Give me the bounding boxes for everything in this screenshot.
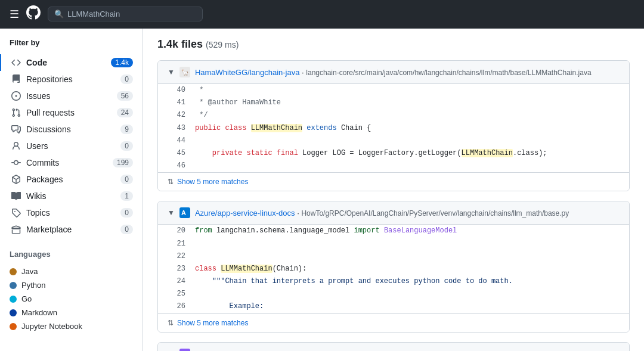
commit-icon [11,158,21,167]
sidebar-item-packages-count: 0 [120,175,133,184]
code-line-1-46: 46 [158,160,629,172]
search-input[interactable] [67,10,196,18]
pr-icon [11,108,21,117]
collapse-chevron-2[interactable]: ▼ [168,209,175,217]
sidebar-item-wikis-label: Wikis [26,191,116,201]
topic-icon [11,208,21,218]
sidebar-item-commits-count: 199 [113,158,133,167]
jupyter-label: Jupyter Notebook [21,322,82,331]
sidebar-item-marketplace-count: 0 [120,225,133,234]
result-card-header-3: ▼ 🧠 allisonbraithw/langchaingo · chains/… [158,343,629,351]
issue-icon [11,91,21,101]
result-card-1: ▼ 🦙 HamaWhiteGG/langchain-java · langcha… [157,60,630,191]
discussion-icon [11,125,21,134]
languages-heading: Languages [10,250,133,259]
sidebar-item-users[interactable]: Users 0 [0,138,143,154]
result-card-header-2: ▼ A Azure/app-service-linux-docs · HowTo… [158,201,629,225]
sidebar-item-repositories-count: 0 [120,74,133,84]
sidebar-item-topics-label: Topics [26,208,116,218]
show-more-1[interactable]: ⇅ Show 5 more matches [158,172,629,191]
jupyter-dot [10,323,17,330]
sidebar-item-wikis[interactable]: Wikis 1 [0,188,143,204]
code-line-2-23: 23 class LLMMathChain(Chain): [158,263,629,275]
package-icon [11,175,21,184]
sidebar-item-users-count: 0 [120,141,133,151]
code-line-2-22: 22 [158,250,629,263]
svg-text:A: A [181,209,186,216]
code-line-1-43: 43 public class LLMMathChain extends Cha… [158,122,629,135]
sidebar-item-packages[interactable]: Packages 0 [0,171,143,188]
code-line-1-42: 42 */ [158,109,629,122]
search-bar[interactable]: 🔍 [48,7,203,21]
sidebar: Filter by Code 1.4k Repositories 0 Issue… [0,29,143,351]
repo-icon [11,74,21,84]
filter-by-heading: Filter by [0,38,143,54]
sidebar-item-code[interactable]: Code 1.4k [0,54,143,71]
sidebar-item-issues-count: 56 [117,91,133,101]
user-icon [11,141,21,151]
code-line-1-40: 40 * [158,84,629,97]
java-dot [10,268,17,275]
repo-link-1[interactable]: HamaWhiteGG/langchain-java [195,68,300,77]
sidebar-item-commits-label: Commits [26,158,108,167]
lang-item-markdown[interactable]: Markdown [10,306,133,319]
sidebar-item-packages-label: Packages [26,175,116,184]
sidebar-item-marketplace-label: Marketplace [26,225,116,234]
results-timing: (529 ms) [206,40,239,49]
main-content: 1.4k files (529 ms) ▼ 🦙 HamaWhiteGG/lang… [143,29,644,351]
show-more-label-1: Show 5 more matches [177,178,248,186]
code-line-2-20: 20 from langchain.schema.language_model … [158,225,629,237]
repo-avatar-1: 🦙 [179,67,190,77]
sidebar-item-wikis-count: 1 [120,191,133,201]
sidebar-item-topics[interactable]: Topics 0 [0,204,143,221]
github-logo[interactable] [26,5,41,23]
lang-item-java[interactable]: Java [10,265,133,278]
sidebar-item-repositories-label: Repositories [26,74,116,84]
code-block-1: 40 * 41 * @author HamaWhite 42 */ 43 pub… [158,84,629,172]
code-line-2-26: 26 Example: [158,300,629,313]
show-more-icon-2: ⇅ [168,319,174,327]
go-label: Go [21,294,32,303]
code-line-2-25: 25 [158,288,629,300]
sidebar-item-pull-requests-label: Pull requests [26,108,112,117]
top-nav: ☰ 🔍 [0,0,644,29]
search-icon: 🔍 [54,10,64,18]
sidebar-item-code-count: 1.4k [111,58,133,67]
wiki-icon [11,191,21,201]
result-card-header-1: ▼ 🦙 HamaWhiteGG/langchain-java · langcha… [158,61,629,84]
code-line-2-21: 21 [158,238,629,250]
lang-item-python[interactable]: Python [10,278,133,292]
show-more-2[interactable]: ⇅ Show 5 more matches [158,313,629,332]
sidebar-item-code-label: Code [26,58,106,67]
result-card-2: ▼ A Azure/app-service-linux-docs · HowTo… [157,201,630,332]
lang-item-jupyter[interactable]: Jupyter Notebook [10,319,133,333]
go-dot [10,296,17,303]
lang-item-go[interactable]: Go [10,292,133,306]
layout: Filter by Code 1.4k Repositories 0 Issue… [0,29,644,351]
sidebar-item-marketplace[interactable]: Marketplace 0 [0,221,143,238]
markdown-label: Markdown [21,308,57,317]
repo-path-2: HowTo/gRPC/OpenAI/LangChain/PyServer/ven… [301,209,569,218]
repo-link-2[interactable]: Azure/app-service-linux-docs [195,209,295,218]
sidebar-item-pull-requests-count: 24 [117,108,133,117]
code-icon [11,58,21,67]
sidebar-item-topics-count: 0 [120,208,133,218]
marketplace-icon [11,225,21,234]
collapse-chevron-1[interactable]: ▼ [168,68,175,76]
sidebar-item-discussions-count: 9 [120,125,133,134]
repo-avatar-2: A [179,207,190,218]
languages-section: Languages Java Python Go Markdown Jupyte… [0,250,143,333]
sidebar-item-repositories[interactable]: Repositories 0 [0,71,143,88]
sidebar-item-users-label: Users [26,141,116,151]
code-block-2: 20 from langchain.schema.language_model … [158,225,629,313]
sidebar-item-discussions[interactable]: Discussions 9 [0,121,143,138]
sidebar-item-commits[interactable]: Commits 199 [0,154,143,171]
sidebar-item-issues[interactable]: Issues 56 [0,88,143,104]
result-card-3: ▼ 🧠 allisonbraithw/langchaingo · chains/… [157,342,630,351]
results-count: 1.4k files [157,38,203,50]
python-dot [10,282,17,289]
sidebar-item-pull-requests[interactable]: Pull requests 24 [0,104,143,121]
repo-path-1: langchain-core/src/main/java/com/hw/lang… [306,69,591,77]
show-more-label-2: Show 5 more matches [177,319,248,327]
hamburger-icon[interactable]: ☰ [10,8,19,21]
